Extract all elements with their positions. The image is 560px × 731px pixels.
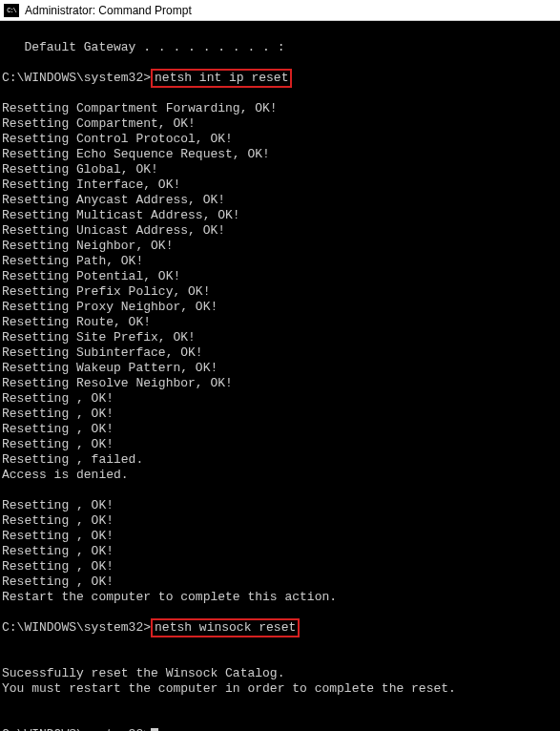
- window-title-bar[interactable]: C:\ Administrator: Command Prompt: [0, 0, 560, 21]
- output-line: Resetting , OK!: [2, 513, 114, 528]
- prompt-line-2: C:\WINDOWS\system32>netsh winsock reset: [2, 620, 558, 636]
- output-line: Resetting , OK!: [2, 544, 114, 558]
- output-line: Resetting Interface, OK!: [2, 178, 180, 192]
- prompt-path: C:\WINDOWS\system32>: [2, 71, 151, 86]
- output-line: Resetting Potential, OK!: [2, 269, 180, 283]
- window-title: Administrator: Command Prompt: [25, 4, 192, 17]
- output-line: Resetting Compartment Forwarding, OK!: [2, 101, 278, 115]
- output-line: Resetting Path, OK!: [2, 254, 143, 268]
- output-line: You must restart the computer in order t…: [2, 681, 456, 696]
- output-line: Resetting Multicast Address, OK!: [2, 208, 240, 222]
- output-line: Resetting Proxy Neighbor, OK!: [2, 300, 218, 314]
- output-line: Resetting Anycast Address, OK!: [2, 193, 225, 207]
- output-line: Resetting , OK!: [2, 498, 114, 512]
- output-line: Resetting , failed.: [2, 452, 143, 467]
- output-line: Resetting Wakeup Pattern, OK!: [2, 361, 218, 375]
- command-highlight-2: netsh winsock reset: [151, 618, 300, 637]
- output-line: Resetting Prefix Policy, OK!: [2, 284, 210, 299]
- output-line: Resetting , OK!: [2, 407, 114, 421]
- output-line: Resetting Compartment, OK!: [2, 116, 196, 131]
- output-line: Resetting Echo Sequence Request, OK!: [2, 147, 270, 161]
- prompt-path: C:\WINDOWS\system32>: [2, 727, 151, 731]
- terminal-output[interactable]: Default Gateway . . . . . . . . . : C:\W…: [0, 21, 560, 731]
- output-line: Resetting Site Prefix, OK!: [2, 330, 196, 345]
- output-line: Resetting Control Protocol, OK!: [2, 132, 233, 146]
- command-text: netsh int ip reset: [155, 71, 288, 85]
- output-line: Default Gateway . . . . . . . . . :: [2, 40, 284, 54]
- output-line: Resetting , OK!: [2, 529, 114, 543]
- prompt-path: C:\WINDOWS\system32>: [2, 620, 151, 636]
- output-line: Sucessfully reset the Winsock Catalog.: [2, 666, 284, 680]
- output-line: Access is denied.: [2, 468, 129, 482]
- prompt-line-3[interactable]: C:\WINDOWS\system32>: [2, 727, 558, 731]
- prompt-line-1: C:\WINDOWS\system32>netsh int ip reset: [2, 71, 558, 86]
- output-line: Resetting Global, OK!: [2, 162, 158, 177]
- output-line: Resetting Unicast Address, OK!: [2, 223, 225, 238]
- output-line: Resetting , OK!: [2, 437, 114, 451]
- output-line: Resetting , OK!: [2, 559, 114, 574]
- output-line: Resetting , OK!: [2, 422, 114, 436]
- command-text: netsh winsock reset: [155, 620, 296, 635]
- output-line: Resetting , OK!: [2, 391, 114, 406]
- output-line: Resetting Subinterface, OK!: [2, 345, 203, 360]
- output-line: Restart the computer to complete this ac…: [2, 590, 337, 604]
- output-line: Resetting Neighbor, OK!: [2, 239, 173, 253]
- command-highlight-1: netsh int ip reset: [151, 69, 292, 88]
- output-line: Resetting Resolve Neighbor, OK!: [2, 376, 233, 390]
- cmd-icon: C:\: [4, 4, 19, 17]
- output-line: Resetting , OK!: [2, 574, 114, 589]
- output-line: Resetting Route, OK!: [2, 315, 151, 329]
